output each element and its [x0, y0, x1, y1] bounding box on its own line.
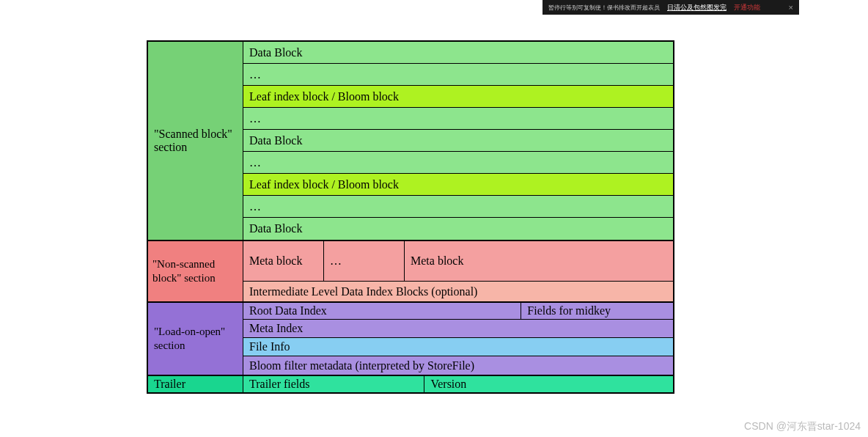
- version-cell: Version: [424, 376, 673, 392]
- leaf-index-row: Leaf index block / Bloom block: [243, 174, 673, 196]
- load-on-open-section: "Load-on-open" section Root Data Index F…: [148, 303, 673, 376]
- bar-link[interactable]: 日清公及包然图发完: [667, 3, 727, 12]
- ellipsis-row: …: [243, 152, 673, 174]
- nonscanned-label: "Non-scanned block" section: [148, 241, 243, 301]
- scanned-label: "Scanned block" section: [148, 42, 243, 240]
- trailer-label: Trailer: [148, 376, 243, 392]
- bar-action[interactable]: 开通功能: [734, 3, 760, 12]
- ellipsis-cell: …: [324, 241, 405, 281]
- ellipsis-row: …: [243, 196, 673, 218]
- trailer-fields-cell: Trailer fields: [243, 376, 424, 392]
- scanned-block-section: "Scanned block" section Data Block … Lea…: [148, 42, 673, 241]
- file-info-row: File Info: [243, 338, 673, 356]
- nonscanned-block-section: "Non-scanned block" section Meta block ……: [148, 241, 673, 303]
- hfile-structure-diagram: "Scanned block" section Data Block … Lea…: [147, 40, 674, 394]
- watermark: CSDN @河东晋star-1024: [744, 420, 861, 433]
- nonscanned-content: Meta block … Meta block Intermediate Lev…: [243, 241, 673, 301]
- loadopen-content: Root Data Index Fields for midkey Meta I…: [243, 303, 673, 375]
- root-data-index-cell: Root Data Index: [243, 303, 521, 319]
- ellipsis-row: …: [243, 64, 673, 86]
- root-data-index-row: Root Data Index Fields for midkey: [243, 303, 673, 320]
- trailer-section: Trailer Trailer fields Version: [148, 376, 673, 392]
- trailer-row: Trailer fields Version: [243, 376, 673, 392]
- leaf-index-row: Leaf index block / Bloom block: [243, 86, 673, 108]
- meta-index-row: Meta Index: [243, 320, 673, 338]
- data-block-row: Data Block: [243, 130, 673, 152]
- meta-block-cell: Meta block: [405, 241, 673, 281]
- fields-midkey-cell: Fields for midkey: [521, 303, 673, 319]
- meta-blocks-row: Meta block … Meta block: [243, 241, 673, 282]
- close-icon[interactable]: ×: [789, 3, 793, 12]
- trailer-content: Trailer fields Version: [243, 376, 673, 392]
- intermediate-index-row: Intermediate Level Data Index Blocks (op…: [243, 282, 673, 301]
- ellipsis-row: …: [243, 108, 673, 130]
- loadopen-label: "Load-on-open" section: [148, 303, 243, 375]
- data-block-row: Data Block: [243, 42, 673, 64]
- data-block-row: Data Block: [243, 218, 673, 240]
- meta-block-cell: Meta block: [243, 241, 324, 281]
- bloom-metadata-row: Bloom filter metadata (interpreted by St…: [243, 356, 673, 375]
- scanned-content: Data Block … Leaf index block / Bloom bl…: [243, 42, 673, 240]
- bar-text: 暂停行等别可复制使！保书排改而开超表员: [548, 4, 660, 12]
- top-notification-bar: 暂停行等别可复制使！保书排改而开超表员 日清公及包然图发完 开通功能 ×: [542, 0, 799, 15]
